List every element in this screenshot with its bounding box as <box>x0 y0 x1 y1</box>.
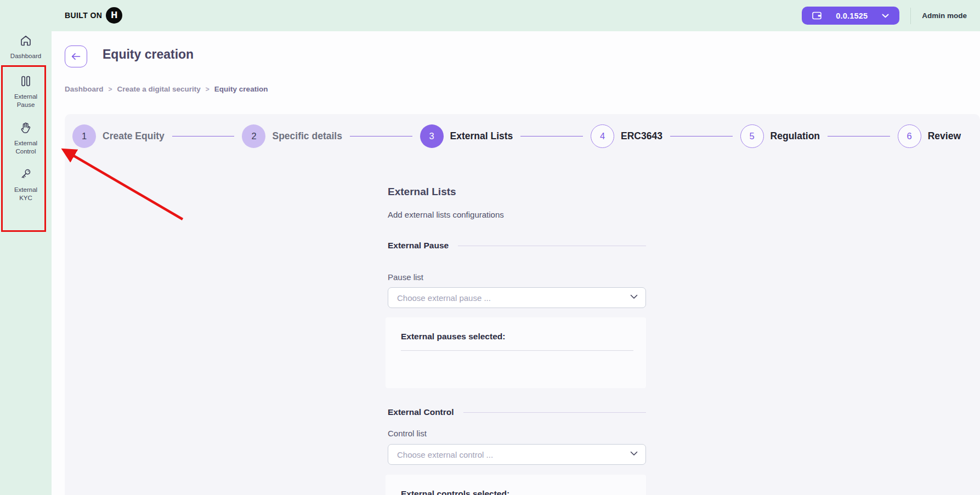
form-subtitle: Add external lists configurations <box>388 210 504 219</box>
select-placeholder: Choose external control ... <box>397 450 493 459</box>
step-number: 2 <box>242 124 265 148</box>
stepper-connector <box>350 136 412 136</box>
panel-divider <box>401 350 633 351</box>
breadcrumb-separator: > <box>109 86 112 93</box>
pause-list-select[interactable]: Choose external pause ... <box>388 287 646 308</box>
section-divider <box>463 412 646 413</box>
sidebar-item-external-pause[interactable]: External Pause <box>0 75 52 109</box>
panel-heading: External controls selected: <box>401 489 509 495</box>
section-external-control: External Control <box>388 407 646 417</box>
step-erc3643[interactable]: 4 ERC3643 <box>591 124 662 148</box>
stepper-connector <box>828 136 890 136</box>
external-controls-selected-panel: External controls selected: <box>386 475 646 495</box>
step-number: 3 <box>420 124 444 148</box>
sidebar-item-label: External KYC <box>9 186 43 202</box>
topbar-divider <box>910 8 911 24</box>
sidebar-item-dashboard[interactable]: Dashboard <box>0 34 52 60</box>
main-content: Equity creation Dashboard > Create a dig… <box>52 31 980 495</box>
breadcrumb-separator: > <box>206 86 209 93</box>
breadcrumb: Dashboard > Create a digital security > … <box>65 85 268 93</box>
hand-icon <box>19 121 32 134</box>
stepper-connector <box>670 136 733 136</box>
built-on-text: BUILT ON <box>65 11 102 20</box>
step-label: External Lists <box>450 130 513 142</box>
section-heading: External Pause <box>388 241 449 251</box>
external-pauses-selected-panel: External pauses selected: <box>386 317 646 388</box>
sidebar-item-label: External Control <box>9 139 43 155</box>
step-number: 4 <box>591 124 614 148</box>
built-on-logo: BUILT ON H <box>65 7 122 24</box>
admin-mode-label: Admin mode <box>922 12 973 20</box>
page-title: Equity creation <box>103 47 194 62</box>
step-review[interactable]: 6 Review <box>898 124 961 148</box>
step-label: Specific details <box>272 130 342 142</box>
breadcrumb-create-digital-security[interactable]: Create a digital security <box>117 85 201 93</box>
step-create-equity[interactable]: 1 Create Equity <box>72 124 165 148</box>
chevron-down-icon <box>630 451 638 456</box>
step-number: 1 <box>72 124 96 148</box>
hedera-logo-icon: H <box>106 7 122 24</box>
equity-creation-card: 1 Create Equity 2 Specific details 3 Ext… <box>65 114 980 495</box>
breadcrumb-current: Equity creation <box>214 85 268 93</box>
step-external-lists[interactable]: 3 External Lists <box>420 124 513 148</box>
step-label: Create Equity <box>103 130 165 142</box>
stepper-connector <box>520 136 583 136</box>
topbar-right: 0.0.1525 Admin mode <box>802 0 973 31</box>
sidebar-item-external-kyc[interactable]: External KYC <box>0 168 52 202</box>
sidebar-item-label: Dashboard <box>9 52 43 60</box>
chevron-down-icon <box>882 14 889 18</box>
section-heading: External Control <box>388 407 454 417</box>
sidebar-item-external-control[interactable]: External Control <box>0 121 52 155</box>
step-label: Review <box>928 130 961 142</box>
stepper: 1 Create Equity 2 Specific details 3 Ext… <box>72 124 961 148</box>
form-title: External Lists <box>388 186 456 198</box>
panel-heading: External pauses selected: <box>401 332 505 342</box>
step-label: Regulation <box>771 130 820 142</box>
step-number: 5 <box>740 124 764 148</box>
select-placeholder: Choose external pause ... <box>397 293 491 303</box>
pause-list-label: Pause list <box>388 272 423 282</box>
wallet-account-id: 0.0.1525 <box>836 12 868 20</box>
key-icon <box>19 168 32 181</box>
wallet-icon <box>812 12 822 20</box>
sidebar: Dashboard External Pause External Contro… <box>0 31 52 495</box>
sidebar-item-label: External Pause <box>9 93 43 109</box>
step-label: ERC3643 <box>621 130 662 142</box>
section-external-pause: External Pause <box>388 241 646 251</box>
section-divider <box>458 246 646 246</box>
pause-icon <box>19 75 32 88</box>
breadcrumb-dashboard[interactable]: Dashboard <box>65 85 104 93</box>
wallet-account-button[interactable]: 0.0.1525 <box>802 7 899 25</box>
control-list-select[interactable]: Choose external control ... <box>388 444 646 465</box>
chevron-down-icon <box>630 294 638 299</box>
stepper-connector <box>172 136 235 136</box>
home-icon <box>19 34 32 47</box>
step-number: 6 <box>898 124 921 148</box>
step-regulation[interactable]: 5 Regulation <box>740 124 820 148</box>
topbar: BUILT ON H 0.0.1525 Admin mode <box>0 0 980 31</box>
back-button[interactable] <box>65 45 87 67</box>
control-list-label: Control list <box>388 429 427 438</box>
arrow-left-icon <box>71 53 81 60</box>
step-specific-details[interactable]: 2 Specific details <box>242 124 342 148</box>
